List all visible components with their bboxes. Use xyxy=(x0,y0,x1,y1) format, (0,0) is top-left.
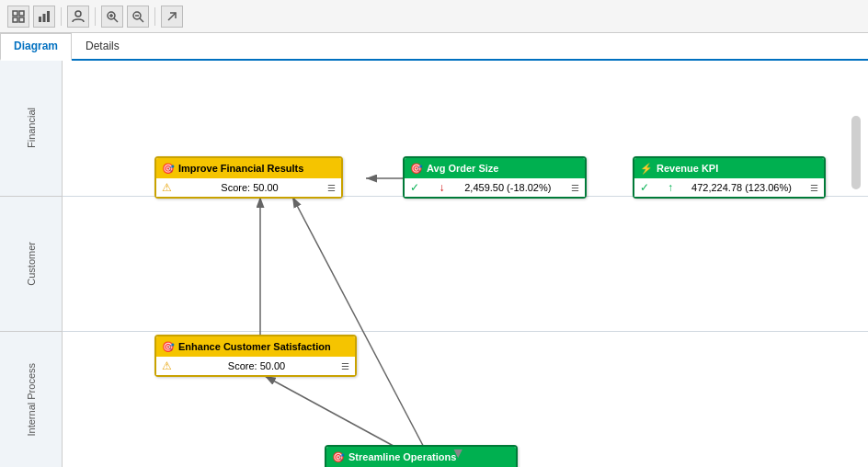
axis-internal-label: Internal Process xyxy=(26,363,37,436)
streamline-icon: 🎯 xyxy=(332,450,345,463)
enhance-customer-title: Enhance Customer Satisfaction xyxy=(178,341,331,352)
revenue-menu[interactable]: ☰ xyxy=(810,183,818,193)
avg-order-body: ✓ ↓ 2,459.50 (-18.02%) ☰ xyxy=(405,178,585,197)
axis-financial: Financial xyxy=(0,61,62,197)
improve-financial-score: Score: 50.00 xyxy=(221,182,278,193)
improve-financial-menu[interactable]: ☰ xyxy=(327,183,336,193)
svg-rect-4 xyxy=(39,17,41,22)
row-sep-2 xyxy=(63,331,868,332)
customer-score: Score: 50.00 xyxy=(228,360,285,371)
scrollbar[interactable] xyxy=(851,116,861,189)
avg-order-menu[interactable]: ☰ xyxy=(571,183,579,193)
svg-rect-3 xyxy=(19,17,24,22)
person-button[interactable] xyxy=(67,6,89,28)
tab-bar: Diagram Details xyxy=(0,33,868,61)
improve-financial-body: ⚠ Score: 50.00 ☰ xyxy=(156,178,341,197)
svg-rect-5 xyxy=(43,14,46,22)
revenue-value: 472,224.78 (123.06%) xyxy=(691,182,792,193)
grid-button[interactable] xyxy=(7,6,29,28)
node-avg-order-header: 🎯 Avg Order Size xyxy=(405,158,585,178)
streamline-title: Streamline Operations xyxy=(348,451,456,462)
svg-rect-6 xyxy=(47,11,50,22)
svg-point-7 xyxy=(75,11,81,17)
diagram-container: Financial Customer Internal Process xyxy=(0,61,868,467)
node-enhance-customer[interactable]: 🎯 Enhance Customer Satisfaction ⚠ Score:… xyxy=(154,335,357,377)
avg-order-title: Avg Order Size xyxy=(427,163,498,174)
svg-line-18 xyxy=(292,197,428,456)
avg-order-value: 2,459.50 (-18.02%) xyxy=(464,182,551,193)
diagram-canvas: 🎯 Improve Financial Results ⚠ Score: 50.… xyxy=(63,61,868,467)
node-revenue-kpi-header: ⚡ Revenue KPI xyxy=(634,158,824,178)
svg-line-19 xyxy=(265,376,412,456)
revenue-kpi-body: ✓ ↑ 472,224.78 (123.06%) ☰ xyxy=(634,178,824,197)
separator3 xyxy=(154,7,155,26)
revenue-kpi-icon: ⚡ xyxy=(640,162,653,175)
improve-financial-icon: 🎯 xyxy=(162,162,175,175)
chart-button[interactable] xyxy=(33,6,55,28)
svg-line-9 xyxy=(114,18,118,22)
customer-menu[interactable]: ☰ xyxy=(341,361,349,371)
node-avg-order[interactable]: 🎯 Avg Order Size ✓ ↓ 2,459.50 (-18.02%) … xyxy=(403,156,587,199)
node-streamline-header: 🎯 Streamline Operations xyxy=(326,447,516,467)
svg-line-13 xyxy=(140,18,143,22)
avg-order-icon: 🎯 xyxy=(410,162,423,175)
zoom-in-button[interactable] xyxy=(101,6,123,28)
axis-labels: Financial Customer Internal Process xyxy=(0,61,63,467)
tab-diagram[interactable]: Diagram xyxy=(0,33,72,61)
improve-financial-title: Improve Financial Results xyxy=(178,163,303,174)
arrow-button[interactable] xyxy=(161,6,183,28)
arrows-svg xyxy=(63,61,868,467)
node-enhance-customer-header: 🎯 Enhance Customer Satisfaction xyxy=(156,336,355,357)
scroll-down-hint: ▼ xyxy=(451,445,465,461)
revenue-kpi-title: Revenue KPI xyxy=(657,163,718,174)
node-revenue-kpi[interactable]: ⚡ Revenue KPI ✓ ↑ 472,224.78 (123.06%) ☰ xyxy=(633,156,826,199)
avg-order-check: ✓ xyxy=(410,181,419,194)
node-improve-financial[interactable]: 🎯 Improve Financial Results ⚠ Score: 50.… xyxy=(154,156,343,199)
separator2 xyxy=(95,7,96,26)
warn-icon: ⚠ xyxy=(162,181,172,194)
avg-order-trend: ↓ xyxy=(440,181,445,194)
svg-rect-0 xyxy=(13,11,17,16)
toolbar xyxy=(0,0,868,33)
enhance-customer-body: ⚠ Score: 50.00 ☰ xyxy=(156,357,355,375)
svg-rect-1 xyxy=(19,11,24,16)
svg-rect-2 xyxy=(13,17,17,22)
enhance-customer-icon: 🎯 xyxy=(162,340,175,353)
zoom-out-button[interactable] xyxy=(127,6,149,28)
node-improve-financial-header: 🎯 Improve Financial Results xyxy=(156,158,341,178)
axis-internal-process: Internal Process xyxy=(0,332,62,467)
tab-details[interactable]: Details xyxy=(72,33,133,59)
separator xyxy=(61,7,62,26)
node-streamline-ops[interactable]: 🎯 Streamline Operations ✓ Score: 100.00 … xyxy=(325,445,518,467)
axis-financial-label: Financial xyxy=(26,108,37,148)
revenue-trend: ↑ xyxy=(668,181,673,194)
axis-customer: Customer xyxy=(0,197,62,333)
customer-warn: ⚠ xyxy=(162,359,172,372)
revenue-check: ✓ xyxy=(640,181,649,194)
axis-customer-label: Customer xyxy=(26,242,37,286)
